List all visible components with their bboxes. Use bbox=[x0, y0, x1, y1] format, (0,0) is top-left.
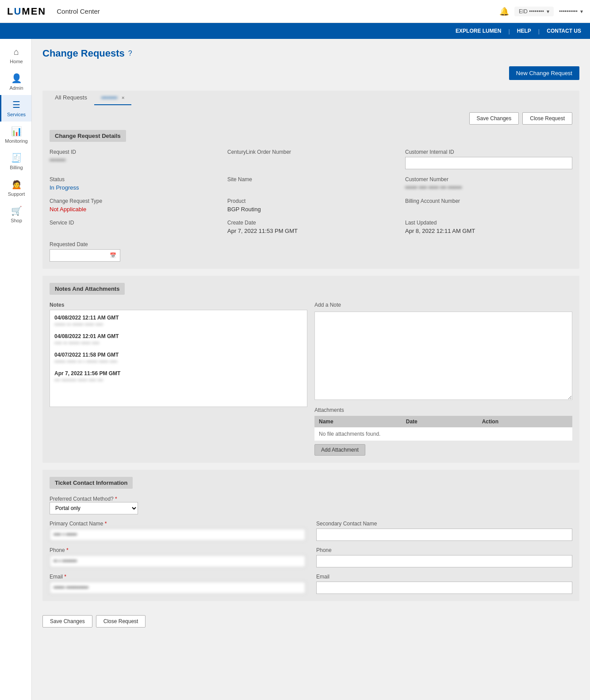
secondary-email-label: Email bbox=[316, 574, 572, 580]
billing-account-label: Billing Account Number bbox=[405, 198, 572, 204]
add-attachment-button[interactable]: Add Attachment bbox=[314, 444, 365, 456]
status-label: Status bbox=[50, 176, 217, 183]
tabs-bar: All Requests •••••••• × bbox=[42, 91, 579, 105]
services-icon: ☰ bbox=[12, 99, 20, 110]
no-attachments-message: No file attachments found. bbox=[314, 427, 572, 441]
add-note-section: Add a Note Attachments Name Date Action bbox=[314, 302, 572, 456]
secondary-contact-name-input[interactable] bbox=[316, 529, 572, 541]
sidebar-item-services[interactable]: ☰ Services bbox=[0, 95, 31, 122]
note-text-1: •••••• •• •••••• ••••• •••• bbox=[54, 322, 303, 328]
primary-email-field: Email * bbox=[50, 574, 306, 594]
centurylink-order-field: CenturyLink Order Number bbox=[227, 149, 395, 169]
user-name: •••••••••• bbox=[559, 8, 578, 15]
primary-email-label: Email * bbox=[50, 574, 306, 580]
home-icon: ⌂ bbox=[14, 47, 19, 57]
request-id-field: Request ID •••••••• bbox=[50, 149, 217, 169]
save-changes-button-bottom[interactable]: Save Changes bbox=[42, 615, 92, 628]
new-change-request-button[interactable]: New Change Request bbox=[509, 66, 579, 80]
primary-contact-name-field: Primary Contact Name * bbox=[50, 521, 306, 541]
secondary-email-field: Email bbox=[316, 574, 572, 594]
explore-lumen-link[interactable]: EXPLORE LUMEN bbox=[456, 28, 501, 34]
add-note-label: Add a Note bbox=[314, 302, 572, 308]
contact-us-link[interactable]: CONTACT US bbox=[547, 28, 581, 34]
add-note-textarea[interactable] bbox=[314, 312, 572, 400]
sidebar-item-home[interactable]: ⌂ Home bbox=[0, 42, 31, 68]
page-header: Change Requests ? bbox=[42, 48, 579, 59]
attachments-section: Attachments Name Date Action bbox=[314, 407, 572, 456]
note-text-4: ••• •••••••• ••••• •••• ••• bbox=[54, 377, 303, 384]
customer-number-label: Customer Number bbox=[405, 176, 572, 183]
close-request-button-top[interactable]: Close Request bbox=[522, 112, 572, 125]
lumen-logo: LUMEN bbox=[7, 6, 46, 17]
create-date-field: Create Date Apr 7, 2022 11:53 PM GMT bbox=[227, 220, 395, 234]
close-request-button-bottom[interactable]: Close Request bbox=[96, 615, 146, 628]
sidebar-item-billing[interactable]: 🧾 Billing bbox=[0, 148, 31, 175]
tab-close-icon[interactable]: × bbox=[122, 95, 124, 100]
primary-phone-input[interactable] bbox=[50, 555, 306, 567]
eid-selector[interactable]: EID •••••••• ▾ bbox=[514, 7, 554, 16]
top-nav-right: 🔔 EID •••••••• ▾ •••••••••• ▾ bbox=[499, 7, 583, 16]
eid-chevron-icon: ▾ bbox=[547, 8, 549, 15]
secondary-email-input[interactable] bbox=[316, 582, 572, 594]
sidebar-label-admin: Admin bbox=[9, 85, 23, 91]
sidebar-item-admin[interactable]: 👤 Admin bbox=[0, 68, 31, 95]
save-changes-button-top[interactable]: Save Changes bbox=[469, 112, 519, 125]
sidebar-item-monitoring[interactable]: 📊 Monitoring bbox=[0, 122, 31, 148]
sidebar-item-shop[interactable]: 🛒 Shop bbox=[0, 201, 31, 228]
note-entry-4: Apr 7, 2022 11:56 PM GMT ••• •••••••• ••… bbox=[54, 370, 303, 384]
tab-active-request[interactable]: •••••••• × bbox=[94, 91, 131, 105]
note-date-3: 04/07/2022 11:58 PM GMT bbox=[54, 352, 303, 358]
sidebar-item-support[interactable]: 🙍 Support bbox=[0, 175, 31, 201]
sidebar-label-services: Services bbox=[7, 112, 26, 117]
notes-attachments-panel: Notes And Attachments Notes 04/08/2022 1… bbox=[42, 276, 579, 463]
note-text-3: •••••• ••••• •• • •••••• ••••• •••• bbox=[54, 359, 303, 365]
top-navigation: LUMEN Control Center 🔔 EID •••••••• ▾ ••… bbox=[0, 0, 590, 23]
note-date-1: 04/08/2022 12:11 AM GMT bbox=[54, 315, 303, 321]
active-tab-label: •••••••• bbox=[101, 94, 117, 101]
billing-account-field: Billing Account Number bbox=[405, 198, 572, 213]
preferred-contact-required: * bbox=[115, 496, 117, 502]
requested-date-label: Requested Date bbox=[50, 241, 217, 247]
tab-all-requests[interactable]: All Requests bbox=[48, 91, 94, 105]
secondary-phone-input[interactable] bbox=[316, 555, 572, 567]
change-request-type-field: Change Request Type Not Applicable bbox=[50, 198, 217, 213]
note-date-4: Apr 7, 2022 11:56 PM GMT bbox=[54, 370, 303, 377]
change-request-details-panel: Save Changes Close Request Change Reques… bbox=[42, 105, 579, 269]
preferred-contact-select[interactable]: Portal only Email Phone bbox=[50, 502, 138, 514]
product-value: BGP Routing bbox=[227, 206, 395, 213]
calendar-icon[interactable]: 📅 bbox=[110, 252, 116, 259]
user-menu[interactable]: •••••••••• ▾ bbox=[559, 8, 583, 15]
last-updated-value: Apr 8, 2022 12:11 AM GMT bbox=[405, 228, 572, 234]
product-label: Product bbox=[227, 198, 395, 204]
request-id-label: Request ID bbox=[50, 149, 217, 155]
secondary-contact-name-field: Secondary Contact Name bbox=[316, 521, 572, 541]
customer-internal-id-input[interactable] bbox=[405, 157, 572, 169]
notification-bell-icon[interactable]: 🔔 bbox=[499, 7, 509, 16]
primary-email-input[interactable] bbox=[50, 582, 306, 594]
eid-label: EID •••••••• bbox=[519, 8, 544, 15]
main-content: Change Requests ? New Change Request All… bbox=[32, 39, 590, 700]
change-request-details-title: Change Request Details bbox=[50, 130, 126, 142]
sidebar: ⌂ Home 👤 Admin ☰ Services 📊 Monitoring 🧾… bbox=[0, 39, 32, 700]
change-request-form: Request ID •••••••• CenturyLink Order Nu… bbox=[50, 149, 572, 262]
attachments-col-date: Date bbox=[402, 416, 478, 427]
attachments-label: Attachments bbox=[314, 407, 572, 413]
ticket-contact-panel: Ticket Contact Information Preferred Con… bbox=[42, 470, 579, 601]
banner-separator-1: | bbox=[508, 28, 510, 34]
last-updated-label: Last Updated bbox=[405, 220, 572, 226]
panel-actions: Save Changes Close Request bbox=[50, 112, 572, 125]
notes-section: Notes 04/08/2022 12:11 AM GMT •••••• •• … bbox=[50, 302, 307, 456]
notes-label: Notes bbox=[50, 302, 307, 308]
note-entry-1: 04/08/2022 12:11 AM GMT •••••• •• ••••••… bbox=[54, 315, 303, 328]
help-circle-icon[interactable]: ? bbox=[128, 49, 132, 57]
primary-contact-name-input[interactable] bbox=[50, 529, 306, 541]
help-link[interactable]: HELP bbox=[517, 28, 531, 34]
service-id-label: Service ID bbox=[50, 220, 217, 226]
customer-internal-id-label: Customer Internal ID bbox=[405, 149, 572, 155]
site-name-label: Site Name bbox=[227, 176, 395, 183]
customer-number-field: Customer Number •••••• •••• ••••• ••• ••… bbox=[405, 176, 572, 191]
notes-box: 04/08/2022 12:11 AM GMT •••••• •• ••••••… bbox=[50, 310, 307, 407]
note-date-2: 04/08/2022 12:01 AM GMT bbox=[54, 333, 303, 339]
customer-number-value: •••••• •••• ••••• ••• ••••••• bbox=[405, 184, 572, 191]
create-date-value: Apr 7, 2022 11:53 PM GMT bbox=[227, 228, 395, 234]
